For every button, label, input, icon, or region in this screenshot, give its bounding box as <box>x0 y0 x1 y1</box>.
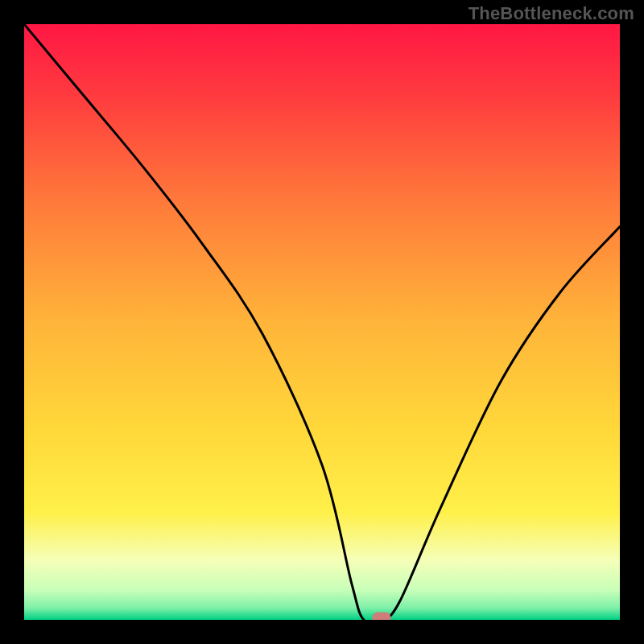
plot-area <box>24 24 620 620</box>
gradient-background <box>24 24 620 620</box>
watermark-text: TheBottleneck.com <box>469 3 634 24</box>
optimal-marker <box>373 613 390 620</box>
chart-frame: TheBottleneck.com <box>0 0 644 644</box>
chart-svg <box>24 24 620 620</box>
